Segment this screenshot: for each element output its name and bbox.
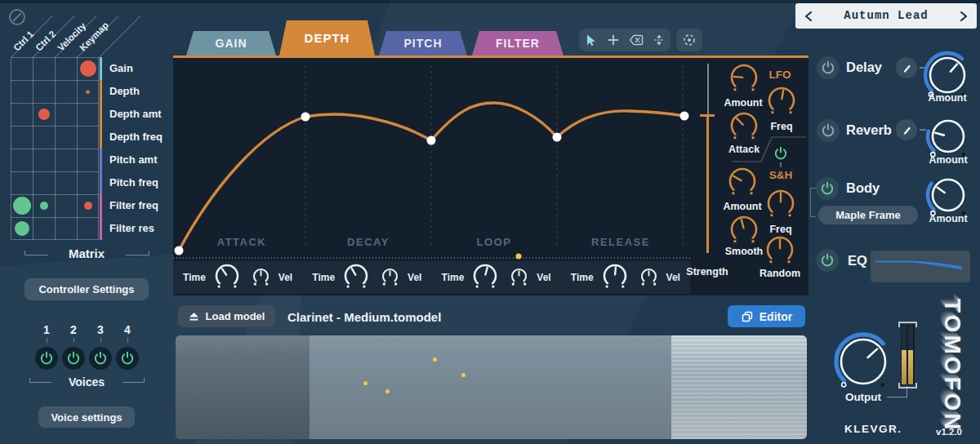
time-knob[interactable] [211, 260, 243, 295]
reverb-power-button[interactable] [817, 119, 840, 142]
model-filename: Clarinet - Medium.tomodel [287, 310, 441, 324]
matrix-dot[interactable] [80, 60, 96, 77]
matrix-dot[interactable] [86, 90, 90, 94]
matrix-row-depth: Depth [100, 80, 180, 103]
envelope-section-release: RELEASE [580, 236, 662, 248]
tab-depth[interactable]: DEPTH [279, 20, 375, 56]
editor-label: Editor [760, 310, 792, 323]
output-meter-connector-h [887, 397, 907, 397]
eq-display[interactable] [871, 251, 970, 282]
sh-freq-knob[interactable] [763, 185, 799, 224]
tab-pitch[interactable]: PITCH [379, 31, 467, 56]
controller-settings-button[interactable]: Controller Settings [24, 278, 149, 300]
time-label: Time [183, 272, 206, 283]
delay-power-button[interactable] [817, 56, 840, 79]
strength-slider-track[interactable] [707, 64, 709, 115]
matrix-dot[interactable] [38, 109, 50, 120]
body-group-bracket [810, 188, 816, 217]
matrix-bypass-icon[interactable] [9, 9, 25, 25]
model-display-shade [176, 335, 807, 439]
tab-filter[interactable]: FILTER [472, 31, 564, 56]
voice-settings-button[interactable]: Voice settings [38, 406, 135, 428]
knob-group-loop: TimeVel [432, 261, 561, 294]
voice-tick [127, 338, 128, 343]
envelope-section-loop: LOOP [453, 236, 535, 248]
time-knob[interactable] [340, 260, 372, 295]
lfo-amount-knob[interactable] [726, 60, 762, 99]
editor-button[interactable]: Editor [728, 305, 805, 327]
meter-slots [901, 325, 915, 385]
eject-icon [189, 311, 200, 322]
voice-tick [74, 338, 74, 343]
model-marker-dot[interactable] [385, 389, 390, 393]
preset-next-button[interactable] [957, 10, 970, 23]
load-model-button[interactable]: Load model [178, 305, 275, 327]
voice-power-button-4[interactable] [116, 347, 139, 370]
stretch-tool-icon[interactable] [649, 30, 669, 50]
voices-line-right [122, 378, 145, 383]
voice-power-button-1[interactable] [35, 347, 58, 370]
add-point-tool-icon[interactable] [604, 30, 623, 50]
envelope-canvas[interactable] [173, 56, 690, 260]
strength-slider-fill [706, 115, 709, 253]
matrix-title-line-right [126, 251, 149, 255]
body-power-button[interactable] [816, 177, 839, 200]
output-knob[interactable] [830, 328, 897, 398]
sh-power-button[interactable] [772, 144, 790, 162]
vel-knob[interactable] [636, 264, 662, 292]
sh-power-connector [780, 162, 782, 167]
time-label: Time [571, 272, 594, 283]
matrix-dot[interactable] [15, 221, 29, 236]
body-label: Body [846, 180, 880, 196]
voices-title: Voices [54, 375, 119, 388]
knob-group-release: TimeVel [561, 261, 690, 294]
body-model-dropdown[interactable]: Maple Frame [818, 206, 918, 224]
model-marker-dot[interactable] [433, 357, 437, 362]
matrix-dot[interactable] [13, 197, 31, 215]
vel-knob[interactable] [506, 264, 532, 292]
vel-knob[interactable] [248, 264, 274, 292]
sh-random-knob[interactable] [762, 232, 798, 271]
envelope-section-decay: DECAY [327, 236, 409, 248]
envelope-knob-bar: TimeVelTimeVelTimeVelTimeVel [173, 261, 690, 294]
reverb-amount-label: Amount [915, 154, 980, 166]
strength-slider-handle[interactable] [700, 114, 715, 117]
eq-power-button[interactable] [816, 249, 839, 272]
knob-group-decay: TimeVel [302, 261, 431, 294]
voice-power-button-3[interactable] [89, 347, 112, 370]
delete-point-tool-icon[interactable] [626, 30, 646, 50]
voice-number-4: 4 [119, 323, 136, 336]
matrix-dot[interactable] [40, 202, 48, 210]
matrix-dot[interactable] [84, 202, 92, 210]
reverb-edit-button[interactable] [896, 119, 917, 140]
time-knob[interactable] [599, 260, 631, 295]
lfo-freq-knob[interactable] [764, 82, 800, 122]
time-knob[interactable] [469, 260, 501, 295]
model-marker-dot[interactable] [363, 381, 368, 385]
tab-gain[interactable]: GAIN [186, 31, 276, 56]
cursor-tool-icon[interactable] [581, 30, 600, 50]
matrix-title: Matrix [54, 246, 119, 260]
eq-curve [871, 251, 970, 282]
model-marker-dot[interactable] [461, 373, 466, 377]
voice-tick [100, 338, 101, 343]
vel-label: Vel [537, 272, 550, 283]
body-amount-label: Amount [915, 213, 980, 224]
focus-button[interactable] [676, 29, 702, 51]
sh-smooth-knob[interactable] [726, 211, 762, 251]
matrix-row-pitch-amt: Pitch amt [100, 149, 180, 171]
vel-knob[interactable] [377, 264, 403, 292]
matrix-title-line-left [24, 251, 48, 255]
delay-edit-button[interactable] [896, 57, 917, 78]
strength-label: Strength [675, 266, 740, 278]
matrix-row-gain: Gain [100, 57, 180, 80]
voice-power-button-2[interactable] [62, 347, 85, 370]
delay-label: Delay [846, 60, 882, 75]
preset-name[interactable]: Autumn Lead [795, 9, 977, 22]
model-display[interactable] [176, 335, 807, 439]
sh-amount-knob[interactable] [724, 163, 760, 202]
time-label: Time [442, 272, 465, 283]
matrix-row-filter-res: Filter res [100, 217, 180, 240]
output-meter [898, 322, 917, 388]
product-name-vertical: TOMOFON [939, 299, 965, 437]
